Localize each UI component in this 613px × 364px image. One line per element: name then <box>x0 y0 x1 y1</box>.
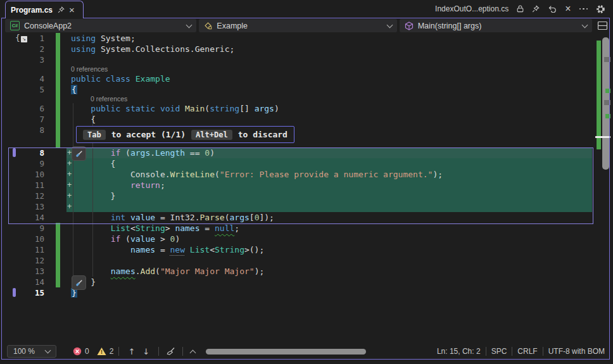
code-row[interactable]: 14 } <box>5 277 594 287</box>
code-row[interactable]: 10+ Console.WriteLine("Error: Please pro… <box>5 169 594 180</box>
code-row[interactable]: 4public class Example <box>5 73 594 84</box>
code-row[interactable]: 1using System; <box>5 33 594 44</box>
code-line[interactable]: { <box>71 114 96 125</box>
collapse-panel-icon[interactable] <box>190 349 196 356</box>
code-row[interactable]: 7 { <box>5 114 594 125</box>
code-row[interactable]: 12+ } <box>5 191 594 201</box>
code-line[interactable]: names = new List<String>(); <box>71 244 264 255</box>
line-number[interactable]: 7 <box>5 114 44 125</box>
close-icon[interactable]: × <box>69 6 75 14</box>
tab-keycap[interactable]: Tab <box>83 130 106 140</box>
line-number[interactable]: 8 <box>5 125 44 135</box>
line-number[interactable]: 15 <box>5 287 44 298</box>
pin-icon[interactable] <box>532 5 540 13</box>
line-number[interactable]: 13 <box>5 201 44 212</box>
line-number[interactable]: 5 <box>5 84 44 95</box>
indentation-mode[interactable]: SPC <box>491 347 507 356</box>
code-cleanup-icon[interactable] <box>164 347 177 356</box>
preview-tab[interactable]: IndexOutO...eption.cs <box>435 4 509 13</box>
code-line[interactable]: return; <box>71 180 165 191</box>
change-tracking-bar <box>56 95 60 103</box>
caret-position[interactable]: Ln: 15, Ch: 2 <box>437 347 481 356</box>
line-number[interactable]: 2 <box>5 44 44 54</box>
code-line[interactable]: public static void Main(string[] args) <box>71 103 279 114</box>
line-number[interactable]: 11 <box>5 180 44 191</box>
scrollbar-mark <box>605 114 610 118</box>
code-row[interactable]: 3 <box>5 54 594 65</box>
line-number[interactable]: 6 <box>5 103 44 114</box>
code-row[interactable]: 5{ <box>5 84 594 95</box>
code-line[interactable]: List<String> names = null; <box>71 223 239 234</box>
project-dropdown[interactable]: C# ConsoleApp2 <box>5 19 196 32</box>
codelens-row[interactable]: 0 references <box>5 95 594 103</box>
screwdriver-icon[interactable] <box>72 275 86 290</box>
outline-margin-icon[interactable]: { ↘ <box>15 34 27 42</box>
horizontal-scrollbar-thumb[interactable] <box>206 349 366 355</box>
line-number[interactable]: 8 <box>5 147 44 158</box>
code-line[interactable]: names.Add("Major Major Major"); <box>71 266 264 277</box>
code-row[interactable]: 11 names = new List<String>(); <box>5 244 594 255</box>
line-number[interactable]: 3 <box>5 54 44 65</box>
code-line[interactable]: { <box>71 84 77 95</box>
codelens-row[interactable]: 0 references <box>5 65 594 73</box>
next-issue-button[interactable]: ↓ <box>139 347 153 356</box>
line-number[interactable]: 12 <box>5 191 44 201</box>
codelens-references[interactable]: 0 references <box>71 65 108 73</box>
line-number[interactable]: 14 <box>5 277 44 287</box>
line-number[interactable]: 13 <box>5 266 44 277</box>
code-row[interactable]: 12 <box>5 255 594 266</box>
warning-count[interactable]: ! 2 <box>97 347 114 356</box>
line-number[interactable]: 4 <box>5 73 44 84</box>
code-line[interactable]: using System; <box>71 33 136 44</box>
code-row[interactable]: 15} <box>5 287 594 298</box>
divider <box>158 347 159 356</box>
code-row[interactable]: 9+ { <box>5 158 594 169</box>
code-row[interactable]: 10 if (value > 0) <box>5 234 594 244</box>
line-number[interactable]: 10 <box>5 234 44 244</box>
code-editor[interactable]: 1using System;2using System.Collections.… <box>5 33 594 299</box>
member-dropdown[interactable]: Main(string[] args) <box>400 19 592 32</box>
chevron-down-icon <box>582 22 588 28</box>
type-name: Example <box>217 22 248 30</box>
code-row[interactable]: 13 names.Add("Major Major Major"); <box>5 266 594 277</box>
code-row[interactable]: 11+ return; <box>5 180 594 191</box>
line-number[interactable]: 10 <box>5 169 44 180</box>
code-line[interactable]: } <box>71 191 115 201</box>
close-icon[interactable]: × <box>565 3 571 15</box>
code-row[interactable]: 9 List<String> names = null; <box>5 223 594 234</box>
undo-icon[interactable] <box>548 5 557 13</box>
gear-icon[interactable] <box>596 4 605 14</box>
line-number[interactable]: 14 <box>5 212 44 223</box>
code-line[interactable]: using System.Collections.Generic; <box>71 44 234 54</box>
code-row[interactable]: 6 public static void Main(string[] args) <box>5 103 594 114</box>
line-number[interactable]: 11 <box>5 244 44 255</box>
pin-icon[interactable] <box>58 6 65 13</box>
more-options-icon[interactable] <box>579 8 588 10</box>
code-row[interactable]: 2using System.Collections.Generic; <box>5 44 594 54</box>
error-count[interactable]: 0 <box>73 347 89 356</box>
code-row[interactable]: 13+ <box>5 201 594 212</box>
diff-line-background <box>66 201 592 212</box>
line-number[interactable]: 12 <box>5 255 44 266</box>
line-number[interactable]: 9 <box>5 158 44 169</box>
code-row[interactable]: 14 int value = Int32.Parse(args[0]); <box>5 212 594 223</box>
split-editor-icon[interactable] <box>597 19 608 32</box>
line-number[interactable]: 9 <box>5 223 44 234</box>
line-ending[interactable]: CRLF <box>517 347 537 356</box>
lock-icon <box>517 5 524 13</box>
code-line[interactable]: Console.WriteLine("Error: Please provide… <box>71 169 443 180</box>
code-line[interactable]: int value = Int32.Parse(args[0]); <box>71 212 274 223</box>
code-line[interactable]: if (value > 0) <box>71 234 180 244</box>
code-line[interactable]: public class Example <box>71 73 170 84</box>
zoom-select[interactable]: 100 % <box>7 345 56 358</box>
screwdriver-icon[interactable] <box>72 146 86 161</box>
type-dropdown[interactable]: Example <box>199 19 396 32</box>
previous-issue-button[interactable]: ↑ <box>124 347 139 356</box>
code-line[interactable]: if (args.Length == 0) <box>71 147 215 158</box>
encoding[interactable]: UTF-8 with BOM <box>548 347 605 356</box>
code-row[interactable]: 8+ if (args.Length == 0) <box>5 147 594 158</box>
tab-program-cs[interactable]: Program.cs × <box>5 1 84 18</box>
scrollbar-mark <box>605 89 610 93</box>
codelens-references[interactable]: 0 references <box>91 95 127 103</box>
altdel-keycap[interactable]: Alt+Del <box>191 130 232 140</box>
